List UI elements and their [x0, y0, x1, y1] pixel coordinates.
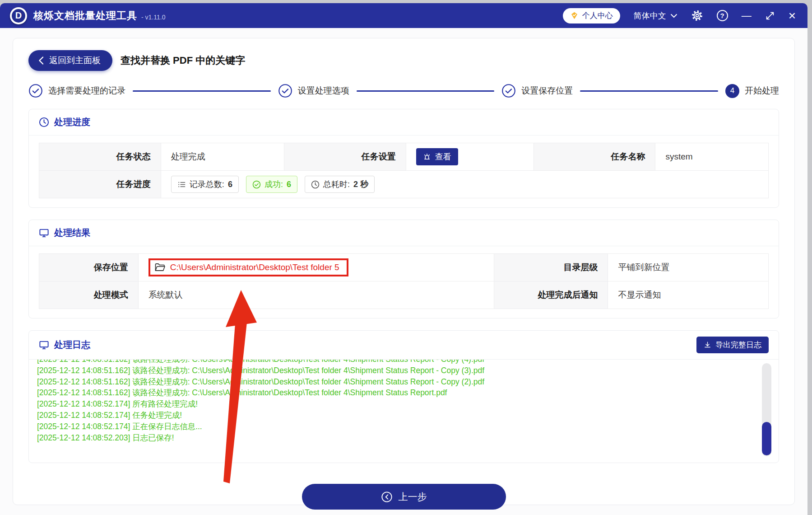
annotation-highlight-box: C:\Users\Administrator\Desktop\Test fold… — [148, 258, 348, 276]
log-scrollbar-track[interactable] — [762, 363, 771, 456]
process-mode-label: 处理模式 — [39, 281, 139, 309]
language-label: 简体中文 — [634, 10, 666, 21]
preview-icon — [423, 153, 431, 161]
maximize-button[interactable] — [765, 11, 775, 21]
log-line: [2025-12-12 14:08:51.162] 该路径处理成功: C:\Us… — [37, 387, 753, 398]
task-name-label: 任务名称 — [534, 143, 655, 171]
log-line: [2025-12-12 14:08:51.162] 该路径处理成功: C:\Us… — [37, 365, 753, 376]
monitor-icon — [39, 340, 49, 350]
previous-step-button[interactable]: 上一步 — [302, 484, 506, 510]
user-center-label: 个人中心 — [582, 10, 613, 21]
page-background: 返回到主面板 查找并替换 PDF 中的关键字 选择需要处理的记录 — [0, 28, 807, 515]
log-line: [2025-12-12 14:08:52.174] 正在保存日志信息... — [37, 421, 753, 432]
log-line: [2025-12-12 14:08:52.174] 任务处理完成! — [37, 410, 753, 421]
process-mode-value: 系统默认 — [138, 281, 494, 309]
elapsed-time-label: 总耗时: — [323, 179, 350, 190]
check-circle-icon — [28, 84, 43, 98]
save-location-label: 保存位置 — [39, 254, 139, 281]
success-badge: 成功: 6 — [246, 176, 297, 193]
vip-gem-icon — [570, 11, 579, 20]
back-to-dashboard-button[interactable]: 返回到主面板 — [28, 50, 112, 71]
step-3-save-location: 设置保存位置 — [501, 84, 573, 98]
elapsed-time-value: 2 秒 — [353, 179, 368, 190]
step-connector — [133, 90, 271, 92]
log-line: [2025-12-12 14:08:52.203] 日志已保存! — [37, 432, 753, 444]
step-connector — [580, 90, 718, 92]
clock-icon — [39, 117, 49, 127]
save-location-path[interactable]: C:\Users\Administrator\Desktop\Test fold… — [170, 262, 339, 272]
titlebar: D 核烁文档批量处理工具 - v1.11.0 个人中心 简体中文 — [0, 3, 807, 28]
notify-label: 处理完成后通知 — [494, 281, 608, 309]
log-scrollbar-thumb[interactable] — [762, 422, 771, 455]
app-logo: D — [10, 7, 27, 24]
previous-step-label: 上一步 — [399, 491, 427, 503]
clock-icon — [311, 180, 320, 189]
check-circle-icon — [278, 84, 292, 98]
elapsed-time-badge: 总耗时: 2 秒 — [305, 176, 375, 193]
result-section-header: 处理结果 — [29, 220, 779, 246]
export-log-label: 导出完整日志 — [715, 340, 761, 350]
total-records-label: 记录总数: — [190, 179, 224, 190]
task-progress-label: 任务进度 — [39, 171, 161, 198]
task-status-label: 任务状态 — [39, 143, 161, 171]
step-4-start-processing: 4 开始处理 — [725, 84, 779, 98]
progress-section-title: 处理进度 — [54, 116, 90, 128]
wizard-stepper: 选择需要处理的记录 设置处理选项 — [13, 76, 794, 109]
view-settings-button[interactable]: 查看 — [416, 148, 458, 165]
folder-icon — [154, 262, 165, 273]
result-section-title: 处理结果 — [54, 227, 90, 239]
task-status-value: 处理完成 — [161, 143, 284, 171]
task-name-value: system — [655, 143, 769, 171]
log-section: 处理日志 导出完整日志 [2025-12-12 14 — [28, 330, 779, 463]
language-selector[interactable]: 简体中文 — [634, 10, 677, 21]
minimize-button[interactable]: — — [742, 11, 752, 20]
total-records-badge: 记录总数: 6 — [171, 176, 239, 193]
check-circle-icon — [252, 180, 261, 189]
log-lines: [2025-12-12 14:08:51.162] 该路径处理成功: C:\Us… — [37, 360, 753, 443]
progress-section: 处理进度 任务状态 处理完成 任务设置 — [28, 109, 779, 208]
step-1-select-records: 选择需要处理的记录 — [28, 84, 125, 98]
card-header: 返回到主面板 查找并替换 PDF 中的关键字 — [13, 38, 794, 76]
notify-value: 不显示通知 — [608, 281, 769, 309]
log-line: [2025-12-12 14:08:51.162] 该路径处理成功: C:\Us… — [37, 360, 753, 365]
download-icon — [704, 341, 711, 349]
step-label: 开始处理 — [745, 85, 779, 97]
step-label: 选择需要处理的记录 — [48, 85, 125, 97]
step-label: 设置保存位置 — [521, 85, 573, 97]
settings-gear-icon[interactable] — [691, 9, 703, 22]
progress-section-header: 处理进度 — [29, 109, 779, 136]
log-output[interactable]: [2025-12-12 14:08:51.162] 该路径处理成功: C:\Us… — [29, 360, 779, 463]
app-title: 核烁文档批量处理工具 — [33, 9, 137, 23]
step-number-badge: 4 — [725, 84, 739, 98]
chevron-down-icon — [670, 14, 677, 18]
check-circle-icon — [501, 84, 516, 98]
view-settings-label: 查看 — [435, 151, 451, 162]
result-section: 处理结果 保存位置 — [28, 220, 779, 318]
user-center-button[interactable]: 个人中心 — [563, 8, 620, 23]
export-log-button[interactable]: 导出完整日志 — [696, 337, 769, 353]
result-table: 保存位置 C:\Users\Administra — [39, 253, 769, 309]
total-records-value: 6 — [228, 180, 232, 189]
main-card: 返回到主面板 查找并替换 PDF 中的关键字 选择需要处理的记录 — [13, 38, 795, 505]
log-section-header: 处理日志 导出完整日志 — [29, 331, 779, 360]
log-line: [2025-12-12 14:08:51.162] 该路径处理成功: C:\Us… — [37, 376, 753, 388]
app-window: D 核烁文档批量处理工具 - v1.11.0 个人中心 简体中文 — [0, 3, 807, 515]
ordered-list-icon — [177, 180, 186, 189]
help-icon[interactable]: ? — [717, 10, 728, 21]
page-title: 查找并替换 PDF 中的关键字 — [121, 54, 245, 67]
success-label: 成功: — [264, 179, 283, 190]
close-button[interactable]: × — [789, 10, 796, 21]
task-settings-label: 任务设置 — [284, 143, 406, 171]
log-section-title: 处理日志 — [54, 339, 90, 351]
step-2-processing-options: 设置处理选项 — [278, 84, 349, 98]
back-button-label: 返回到主面板 — [49, 55, 101, 66]
progress-table: 任务状态 处理完成 任务设置 查看 — [39, 143, 769, 198]
log-line: [2025-12-12 14:08:52.174] 所有路径处理完成! — [37, 398, 753, 410]
dir-level-label: 目录层级 — [494, 254, 608, 281]
app-logo-letter: D — [12, 9, 25, 23]
dir-level-value: 平铺到新位置 — [608, 254, 769, 281]
card-footer: 上一步 — [13, 476, 794, 515]
monitor-icon — [39, 228, 49, 238]
step-connector — [357, 90, 495, 92]
chevron-left-icon — [38, 56, 44, 65]
